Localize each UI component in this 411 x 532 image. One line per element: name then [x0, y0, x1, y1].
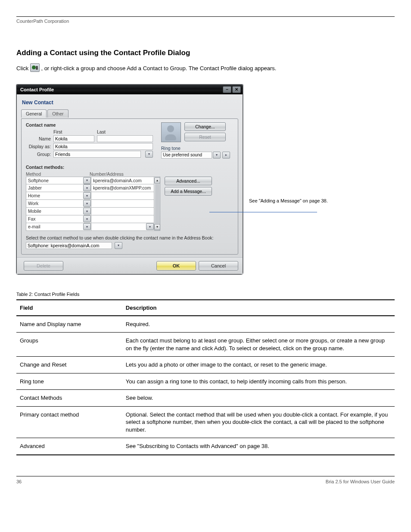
fields-table: Field Description Name and Display nameR…: [16, 299, 395, 455]
group-field[interactable]: [53, 151, 141, 158]
dialog-footer: Delete OK Cancel: [17, 257, 243, 274]
ringtone-play-button[interactable]: ▸: [222, 152, 230, 159]
table-row: Change and ResetLets you add a photo or …: [16, 357, 395, 373]
reset-avatar-button[interactable]: Reset: [184, 133, 226, 141]
ringtone-dropdown-button[interactable]: ▾: [213, 152, 221, 159]
methods-scrollbar[interactable]: ▴ ▾: [154, 177, 160, 231]
first-name-field[interactable]: [53, 135, 94, 142]
ringtone-field[interactable]: [161, 152, 212, 159]
method-row[interactable]: Softphone▾kpereira@domainA.com: [26, 177, 154, 184]
page-number: 36: [16, 479, 22, 484]
add-message-button[interactable]: Add a Message...: [165, 187, 212, 196]
header-rule: [16, 16, 395, 17]
contact-methods-label: Contact methods:: [26, 165, 234, 170]
table-row: AdvancedSee "Subscribing to Contacts wit…: [16, 438, 395, 455]
method-dropdown-button[interactable]: ▾: [83, 208, 91, 215]
new-contact-heading: New Contact: [22, 100, 238, 106]
primary-method-instruction: Select the contact method to use when do…: [26, 235, 234, 240]
section-title: Adding a Contact using the Contact Profi…: [16, 49, 395, 57]
last-name-field[interactable]: [97, 135, 153, 142]
method-row[interactable]: Fax▾: [26, 215, 154, 223]
display-as-label: Display as:: [26, 144, 53, 149]
doc-header: CounterPath Corporation: [16, 19, 395, 24]
fields-table-caption: Table 2: Contact Profile Fields: [16, 292, 395, 297]
minimize-button[interactable]: –: [223, 86, 231, 93]
contact-methods-table: Softphone▾kpereira@domainA.com Jabber▾kp…: [26, 177, 154, 231]
contact-name-label: Contact name: [26, 122, 155, 128]
tab-panel-general: Contact name First Last Name: [21, 118, 238, 255]
close-button[interactable]: ✕: [232, 86, 241, 93]
primary-method-dropdown-button[interactable]: ▾: [115, 242, 122, 249]
group-label: Group:: [26, 152, 53, 157]
table-row: Primary contact methodOptional. Select t…: [16, 406, 395, 438]
intro-line: Click , or right-click a group and choos…: [16, 63, 395, 72]
name-label: Name: [26, 136, 53, 141]
ok-button[interactable]: OK: [156, 261, 196, 271]
titlebar: Contact Profile – ✕: [17, 85, 243, 94]
tab-other[interactable]: Other: [47, 109, 68, 118]
callout-line: [209, 212, 317, 212]
method-dropdown-button[interactable]: ▾: [83, 223, 91, 230]
ringtone-label: Ring tone: [161, 146, 234, 151]
table-row: GroupsEach contact must belong to at lea…: [16, 333, 395, 357]
method-dropdown-button[interactable]: ▾: [83, 200, 91, 207]
table-row: Ring toneYou can assign a ring tone to t…: [16, 373, 395, 390]
first-label: First: [53, 129, 94, 134]
method-row[interactable]: e-mail▾▾: [26, 223, 154, 231]
tab-strip: General Other: [21, 109, 238, 118]
scroll-down-button[interactable]: ▾: [154, 224, 160, 230]
change-avatar-button[interactable]: Change...: [184, 122, 226, 131]
col-description: Description: [122, 300, 395, 316]
doc-footer: 36 Bria 2.5 for Windows User Guide: [16, 479, 395, 497]
advanced-button[interactable]: Advanced...: [165, 177, 212, 185]
header-left: CounterPath Corporation: [16, 19, 69, 24]
dialog-title: Contact Profile: [20, 87, 54, 92]
method-row[interactable]: Work▾: [26, 200, 154, 208]
group-dropdown-button[interactable]: ▾: [145, 151, 153, 158]
col-field: Field: [16, 300, 122, 316]
method-dropdown-button[interactable]: ▾: [83, 192, 91, 199]
callout-text: See "Adding a Message" on page 38.: [249, 198, 335, 203]
scroll-track[interactable]: [155, 184, 159, 224]
col-method: Method: [26, 171, 90, 177]
doc-title-footer: Bria 2.5 for Windows User Guide: [326, 479, 395, 484]
last-label: Last: [97, 129, 106, 134]
scroll-up-button[interactable]: ▴: [154, 177, 160, 184]
method-row[interactable]: Home▾: [26, 192, 154, 200]
cancel-button[interactable]: Cancel: [199, 261, 238, 271]
contact-profile-dialog: Contact Profile – ✕ New Contact General …: [16, 84, 243, 274]
footer-rule: [16, 476, 395, 476]
table-row: Contact MethodsSee below.: [16, 390, 395, 407]
method-dropdown-button[interactable]: ▾: [83, 177, 91, 184]
method-more-button[interactable]: ▾: [146, 223, 154, 230]
method-dropdown-button[interactable]: ▾: [83, 184, 91, 191]
col-address: Number/Address: [90, 171, 124, 177]
primary-method-field[interactable]: [26, 242, 112, 249]
table-row: Name and Display nameRequired.: [16, 316, 395, 333]
method-row[interactable]: Jabber▾kpereira@domainXMPP.com: [26, 184, 154, 192]
delete-button[interactable]: Delete: [24, 261, 63, 271]
add-contact-icon: [30, 63, 40, 72]
avatar: [161, 122, 181, 142]
method-row[interactable]: Mobile▾: [26, 208, 154, 215]
method-dropdown-button[interactable]: ▾: [83, 215, 91, 222]
tab-general[interactable]: General: [21, 109, 47, 118]
display-as-field[interactable]: [53, 143, 153, 150]
